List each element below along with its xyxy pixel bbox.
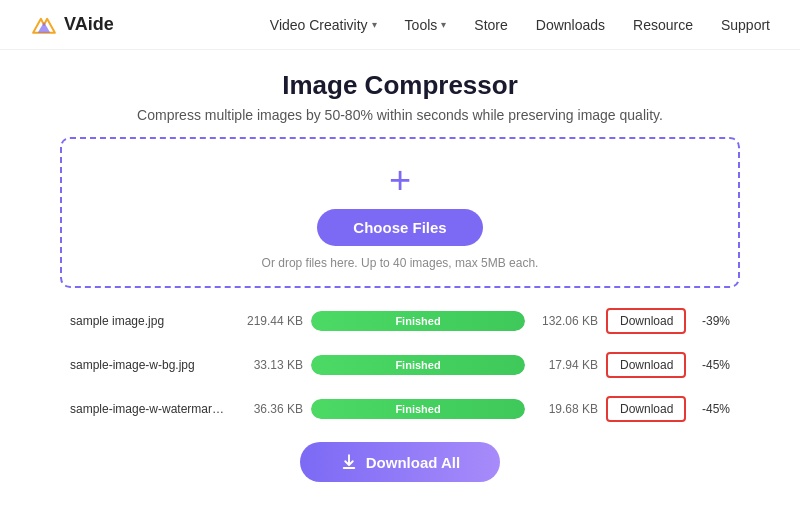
percent-badge: -45% (694, 358, 730, 372)
progress-label: Finished (395, 359, 440, 371)
table-row: sample-image-w-bg.jpg 33.13 KB Finished … (60, 346, 740, 384)
file-new-size: 132.06 KB (533, 314, 598, 328)
nav-store-label: Store (474, 17, 507, 33)
download-button[interactable]: Download (606, 308, 686, 334)
nav-video-creativity-label: Video Creativity (270, 17, 368, 33)
percent-badge: -39% (694, 314, 730, 328)
nav-video-creativity[interactable]: Video Creativity ▾ (270, 17, 377, 33)
progress-bar: Finished (311, 355, 525, 375)
drop-hint-text: Or drop files here. Up to 40 images, max… (262, 256, 539, 270)
table-row: sample image.jpg 219.44 KB Finished 132.… (60, 302, 740, 340)
nav-support[interactable]: Support (721, 17, 770, 33)
choose-files-button[interactable]: Choose Files (317, 209, 482, 246)
chevron-down-icon: ▾ (441, 19, 446, 30)
logo-text: VAide (64, 14, 114, 35)
percent-badge: -45% (694, 402, 730, 416)
table-row: sample-image-w-watermark.jpg 36.36 KB Fi… (60, 390, 740, 428)
nav-support-label: Support (721, 17, 770, 33)
chevron-down-icon: ▾ (372, 19, 377, 30)
file-name: sample image.jpg (70, 314, 230, 328)
nav-downloads-label: Downloads (536, 17, 605, 33)
logo-icon (30, 11, 58, 39)
progress-bar: Finished (311, 399, 525, 419)
nav-store[interactable]: Store (474, 17, 507, 33)
nav-resource[interactable]: Resource (633, 17, 693, 33)
download-all-label: Download All (366, 454, 460, 471)
header: VAide Video Creativity ▾ Tools ▾ Store D… (0, 0, 800, 50)
file-new-size: 17.94 KB (533, 358, 598, 372)
download-all-icon (340, 453, 358, 471)
file-orig-size: 36.36 KB (238, 402, 303, 416)
nav-downloads[interactable]: Downloads (536, 17, 605, 33)
file-list: sample image.jpg 219.44 KB Finished 132.… (60, 302, 740, 428)
progress-bar: Finished (311, 311, 525, 331)
page-subtitle: Compress multiple images by 50-80% withi… (60, 107, 740, 123)
nav-tools-label: Tools (405, 17, 438, 33)
file-orig-size: 219.44 KB (238, 314, 303, 328)
file-name: sample-image-w-bg.jpg (70, 358, 230, 372)
nav-resource-label: Resource (633, 17, 693, 33)
main-nav: Video Creativity ▾ Tools ▾ Store Downloa… (270, 17, 770, 33)
file-name: sample-image-w-watermark.jpg (70, 402, 230, 416)
file-orig-size: 33.13 KB (238, 358, 303, 372)
download-button[interactable]: Download (606, 352, 686, 378)
upload-area[interactable]: + Choose Files Or drop files here. Up to… (60, 137, 740, 288)
main-content: Image Compressor Compress multiple image… (0, 50, 800, 498)
download-all-section: Download All (60, 442, 740, 482)
svg-marker-1 (38, 21, 50, 32)
download-all-button[interactable]: Download All (300, 442, 500, 482)
progress-label: Finished (395, 403, 440, 415)
download-button[interactable]: Download (606, 396, 686, 422)
nav-tools[interactable]: Tools ▾ (405, 17, 447, 33)
progress-label: Finished (395, 315, 440, 327)
logo[interactable]: VAide (30, 11, 114, 39)
file-new-size: 19.68 KB (533, 402, 598, 416)
plus-icon: + (389, 161, 411, 199)
page-title: Image Compressor (60, 70, 740, 101)
